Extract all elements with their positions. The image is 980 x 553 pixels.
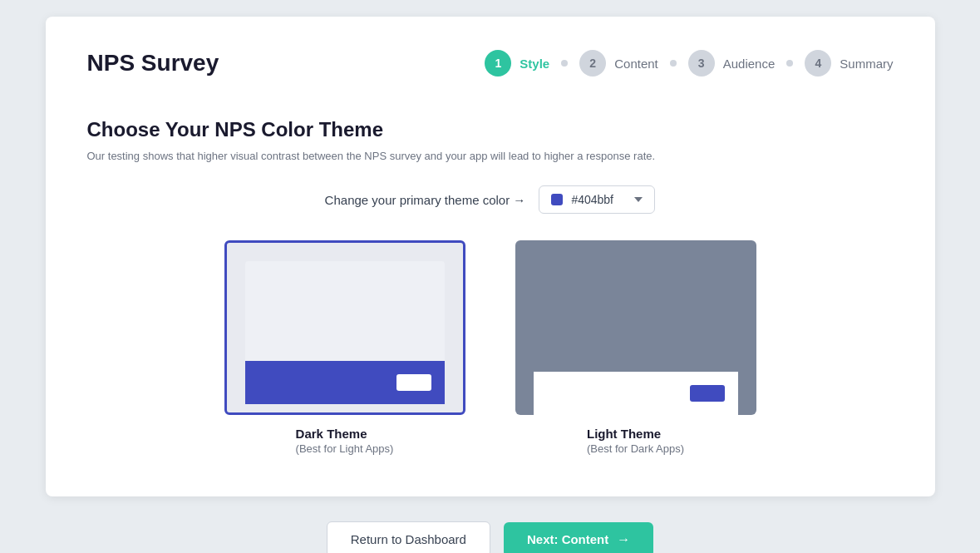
section-title: Choose Your NPS Color Theme [87,118,894,141]
section-subtitle: Our testing shows that higher visual con… [87,150,894,162]
step-4[interactable]: 4 Summary [805,50,893,77]
dark-theme-preview [224,240,465,415]
dark-preview-button [396,374,431,391]
light-theme-name: Light Theme (Best for Dark Apps) [587,427,684,455]
theme-card-light[interactable]: Light Theme (Best for Dark Apps) [515,240,756,455]
step-1-circle: 1 [485,50,511,77]
theme-card-dark[interactable]: Dark Theme (Best for Light Apps) [224,240,465,455]
light-theme-preview [515,240,756,415]
dark-preview-bar [245,361,445,404]
light-preview-bar [534,372,738,415]
step-2-circle: 2 [579,50,606,77]
theme-color-row: Change your primary theme color → #404bb… [87,185,894,214]
return-to-dashboard-button[interactable]: Return to Dashboard [327,521,490,553]
step-3[interactable]: 3 Audience [688,50,776,77]
chevron-down-icon [634,197,643,202]
theme-cards: Dark Theme (Best for Light Apps) Light T… [87,240,894,455]
step-3-label: Audience [723,57,776,71]
step-4-circle: 4 [805,50,831,77]
bottom-bar: Return to Dashboard Next: Content → [327,521,654,553]
page-wrapper: NPS Survey 1 Style 2 Content [0,0,980,553]
step-dot-3 [786,60,793,67]
dark-preview-inner [245,261,445,361]
step-2-label: Content [614,57,658,71]
stepper: 1 Style 2 Content 3 [485,50,893,77]
step-dot-2 [670,60,677,67]
color-dropdown[interactable]: #404bbf [539,185,655,214]
card-header: NPS Survey 1 Style 2 Content [87,50,894,77]
step-dot-1 [561,60,568,67]
main-card: NPS Survey 1 Style 2 Content [46,17,935,496]
step-4-label: Summary [840,57,893,71]
light-preview-button [690,385,725,402]
light-preview-inner [515,240,756,372]
page-title: NPS Survey [87,50,219,77]
color-swatch [551,194,563,205]
step-3-circle: 3 [688,50,715,77]
theme-color-label: Change your primary theme color → [325,193,526,207]
step-1-label: Style [520,57,549,71]
next-content-button[interactable]: Next: Content → [504,522,653,554]
arrow-right-icon: → [617,532,630,547]
step-1[interactable]: 1 Style [485,50,549,77]
color-value: #404bbf [571,193,626,206]
step-2[interactable]: 2 Content [579,50,658,77]
dark-theme-name: Dark Theme (Best for Light Apps) [296,427,394,455]
